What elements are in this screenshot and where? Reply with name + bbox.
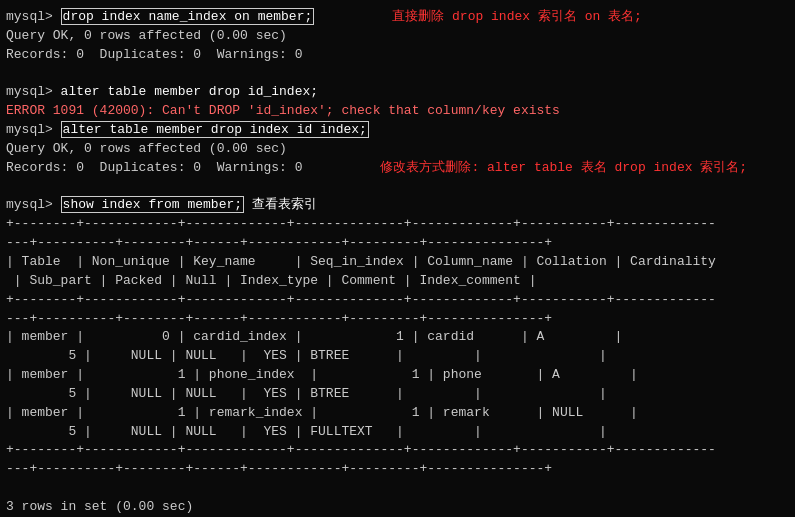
line-1: mysql> drop index name_index on member; … bbox=[6, 8, 789, 27]
line-11: mysql> show index from member; 查看表索引 bbox=[6, 196, 789, 215]
prompt-3: mysql> bbox=[6, 122, 61, 137]
table-row-3a: | member | 1 | remark_index | 1 | remark… bbox=[6, 404, 789, 423]
ok-text-2: Query OK, 0 rows affected (0.00 sec) bbox=[6, 141, 287, 156]
cmd-1: drop index name_index on member; bbox=[61, 8, 315, 25]
table-header-1: | Table | Non_unique | Key_name | Seq_in… bbox=[6, 253, 789, 272]
table-border-4: ---+----------+--------+------+---------… bbox=[6, 310, 789, 329]
line-9: Records: 0 Duplicates: 0 Warnings: 0 修改表… bbox=[6, 159, 789, 178]
error-text-1: ERROR 1091 (42000): Can't DROP 'id_index… bbox=[6, 103, 560, 118]
cmd-4: show index from member; bbox=[61, 196, 244, 213]
cmd-2: alter table member drop id_index; bbox=[61, 84, 318, 99]
line-last: 3 rows in set (0.00 sec) bbox=[6, 498, 789, 517]
table-border-3: +--------+------------+-------------+---… bbox=[6, 291, 789, 310]
table-row-1b: 5 | NULL | NULL | YES | BTREE | | | bbox=[6, 347, 789, 366]
table-row-2a: | member | 1 | phone_index | 1 | phone |… bbox=[6, 366, 789, 385]
table-border-1: +--------+------------+-------------+---… bbox=[6, 215, 789, 234]
prompt-4: mysql> bbox=[6, 197, 61, 212]
line-blank-1 bbox=[6, 65, 789, 84]
line-3: Records: 0 Duplicates: 0 Warnings: 0 bbox=[6, 46, 789, 65]
terminal-window: mysql> drop index name_index on member; … bbox=[0, 0, 795, 517]
ok-text-1: Query OK, 0 rows affected (0.00 sec) bbox=[6, 28, 287, 43]
annotation-1: 直接删除 drop index 索引名 on 表名; bbox=[392, 9, 642, 24]
cmd-3: alter table member drop index id index; bbox=[61, 121, 369, 138]
prompt-1: mysql> bbox=[6, 9, 61, 24]
records-1: Records: 0 Duplicates: 0 Warnings: 0 bbox=[6, 47, 302, 62]
table-border-6: ---+----------+--------+------+---------… bbox=[6, 460, 789, 479]
table-header-2: | Sub_part | Packed | Null | Index_type … bbox=[6, 272, 789, 291]
line-blank-2 bbox=[6, 178, 789, 197]
table-border-5: +--------+------------+-------------+---… bbox=[6, 441, 789, 460]
annotation-3: 查看表索引 bbox=[244, 197, 317, 212]
table-row-2b: 5 | NULL | NULL | YES | BTREE | | | bbox=[6, 385, 789, 404]
line-6: ERROR 1091 (42000): Can't DROP 'id_index… bbox=[6, 102, 789, 121]
table-row-1a: | member | 0 | cardid_index | 1 | cardid… bbox=[6, 328, 789, 347]
rows-in-set: 3 rows in set (0.00 sec) bbox=[6, 499, 193, 514]
line-8: Query OK, 0 rows affected (0.00 sec) bbox=[6, 140, 789, 159]
prompt-2: mysql> bbox=[6, 84, 61, 99]
table-border-2: ---+----------+--------+------+---------… bbox=[6, 234, 789, 253]
line-5: mysql> alter table member drop id_index; bbox=[6, 83, 789, 102]
records-2: Records: 0 Duplicates: 0 Warnings: 0 bbox=[6, 160, 380, 175]
line-blank-3 bbox=[6, 479, 789, 498]
line-7: mysql> alter table member drop index id … bbox=[6, 121, 789, 140]
annotation-2: 修改表方式删除: alter table 表名 drop index 索引名; bbox=[380, 160, 747, 175]
line-2: Query OK, 0 rows affected (0.00 sec) bbox=[6, 27, 789, 46]
table-row-3b: 5 | NULL | NULL | YES | FULLTEXT | | | bbox=[6, 423, 789, 442]
